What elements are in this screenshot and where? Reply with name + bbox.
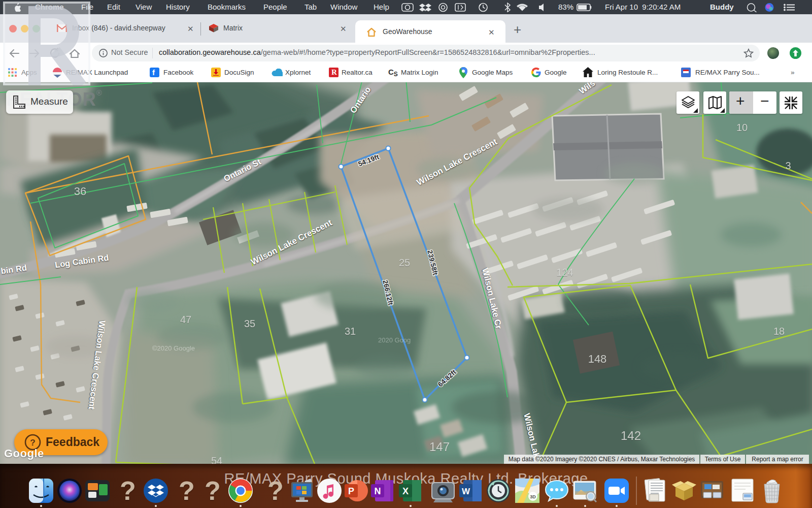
svg-text:18: 18: [773, 326, 785, 337]
svg-text:148: 148: [588, 353, 607, 365]
svg-text:3D: 3D: [530, 494, 536, 499]
svg-text:©2020 Google: ©2020 Google: [152, 344, 195, 352]
svg-text:142: 142: [621, 429, 641, 442]
svg-text:31: 31: [345, 326, 356, 337]
svg-text:54: 54: [211, 455, 222, 464]
svg-text:10: 10: [736, 122, 748, 133]
svg-text:N: N: [375, 486, 381, 496]
svg-text:35: 35: [244, 318, 255, 329]
svg-text:25: 25: [399, 257, 410, 268]
svg-text:P: P: [348, 486, 354, 496]
svg-text:X: X: [402, 486, 409, 496]
svg-text:147: 147: [429, 440, 450, 454]
svg-text:2020 Goog: 2020 Goog: [378, 336, 411, 344]
svg-text:124: 124: [556, 267, 573, 278]
svg-text:36: 36: [74, 185, 86, 198]
svg-text:W: W: [462, 487, 470, 496]
svg-text:47: 47: [180, 314, 191, 325]
svg-text:3: 3: [785, 160, 791, 171]
svg-text:?: ?: [30, 438, 35, 448]
